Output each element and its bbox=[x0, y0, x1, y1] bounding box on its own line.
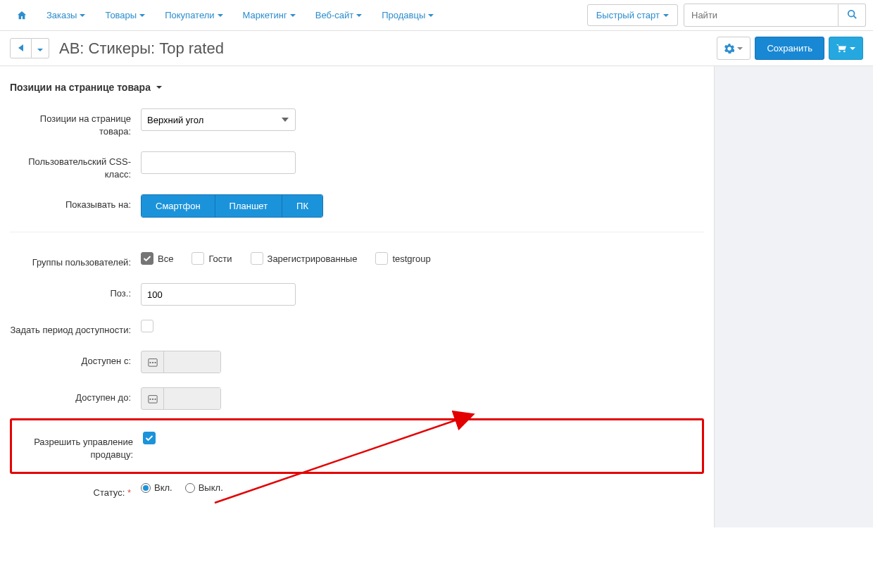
caret-down-icon bbox=[37, 49, 43, 51]
css-class-input[interactable] bbox=[141, 151, 296, 174]
label-display-on: Показывать на: bbox=[10, 194, 141, 211]
section-header[interactable]: Позиции на странице товара bbox=[10, 76, 704, 101]
back-dropdown-button[interactable] bbox=[32, 38, 49, 58]
settings-button[interactable] bbox=[717, 37, 750, 60]
arrow-left-icon bbox=[18, 44, 23, 51]
svg-rect-2 bbox=[149, 362, 151, 363]
svg-rect-7 bbox=[152, 399, 153, 400]
svg-point-0 bbox=[848, 11, 855, 17]
cart-button[interactable] bbox=[829, 37, 863, 60]
nav-products[interactable]: Товары bbox=[95, 1, 155, 29]
caret-down-icon bbox=[80, 14, 85, 17]
nav-customers[interactable]: Покупатели bbox=[155, 1, 232, 29]
quick-start-button[interactable]: Быстрый старт bbox=[587, 4, 678, 26]
top-navigation: Заказы Товары Покупатели Маркетинг Веб-с… bbox=[0, 0, 873, 31]
usergroup-registered-label: Зарегистрированные bbox=[268, 254, 358, 264]
usergroup-registered-checkbox[interactable] bbox=[251, 252, 263, 265]
nav-website[interactable]: Веб-сайт bbox=[306, 1, 372, 29]
section-header-label: Позиции на странице товара bbox=[10, 82, 151, 93]
label-available-to: Доступен до: bbox=[10, 387, 141, 404]
label-css-class: Пользовательский CSS-класс: bbox=[10, 151, 141, 180]
annotation-highlight-box: Разрешить управление продавцу: bbox=[10, 418, 704, 474]
search-input[interactable] bbox=[684, 4, 839, 27]
label-position: Поз.: bbox=[10, 283, 141, 300]
position-input[interactable] bbox=[141, 283, 296, 306]
svg-rect-3 bbox=[152, 362, 153, 363]
display-tablet-toggle[interactable]: Планшет bbox=[215, 195, 283, 217]
home-link[interactable] bbox=[7, 2, 37, 29]
search-button[interactable] bbox=[839, 4, 866, 27]
nav-marketing[interactable]: Маркетинг bbox=[233, 1, 306, 29]
caret-down-icon bbox=[850, 47, 855, 50]
usergroup-testgroup-checkbox[interactable] bbox=[375, 252, 388, 265]
caret-down-icon bbox=[218, 14, 223, 17]
available-to-input[interactable] bbox=[164, 388, 220, 409]
label-status: Статус: bbox=[10, 482, 141, 499]
divider bbox=[10, 232, 704, 232]
label-available-from: Доступен с: bbox=[10, 351, 141, 368]
caret-down-icon bbox=[156, 86, 162, 89]
usergroup-guests-checkbox[interactable] bbox=[191, 252, 204, 265]
caret-down-icon bbox=[139, 14, 145, 17]
main-nav: Заказы Товары Покупатели Маркетинг Веб-с… bbox=[7, 1, 444, 29]
caret-down-icon bbox=[356, 14, 362, 17]
caret-down-icon bbox=[428, 14, 434, 17]
display-on-toggle-group: Смартфон Планшет ПК bbox=[141, 194, 323, 218]
back-button[interactable] bbox=[10, 38, 32, 58]
calendar-icon bbox=[142, 351, 164, 373]
status-off-radio[interactable] bbox=[185, 483, 195, 493]
svg-rect-8 bbox=[154, 399, 156, 400]
label-set-availability-period: Задать период доступности: bbox=[10, 320, 141, 337]
status-on-radio-label[interactable]: Вкл. bbox=[141, 482, 172, 493]
status-on-radio[interactable] bbox=[141, 483, 151, 493]
label-product-page-positions: Позиции на странице товара: bbox=[10, 108, 141, 137]
label-user-groups: Группы пользователей: bbox=[10, 252, 141, 269]
nav-vendors[interactable]: Продавцы bbox=[372, 1, 444, 29]
nav-orders[interactable]: Заказы bbox=[37, 1, 95, 29]
product-page-positions-select[interactable]: Верхний угол bbox=[141, 108, 296, 131]
status-off-radio-label[interactable]: Выкл. bbox=[185, 482, 223, 493]
available-to-date[interactable] bbox=[141, 387, 221, 410]
available-from-date[interactable] bbox=[141, 351, 221, 373]
availability-period-checkbox[interactable] bbox=[141, 320, 153, 332]
display-smartphone-toggle[interactable]: Смартфон bbox=[142, 195, 215, 217]
available-from-input[interactable] bbox=[164, 351, 220, 373]
label-allow-vendor-manage: Разрешить управление продавцу: bbox=[12, 432, 143, 461]
usergroup-testgroup-label: testgroup bbox=[392, 254, 430, 264]
caret-down-icon bbox=[663, 14, 669, 17]
usergroup-guests-label: Гости bbox=[208, 254, 232, 264]
calendar-icon bbox=[142, 388, 164, 409]
caret-down-icon bbox=[737, 47, 743, 50]
save-button[interactable]: Сохранить bbox=[755, 37, 824, 60]
usergroup-all-label: Все bbox=[158, 254, 173, 264]
gear-icon bbox=[724, 44, 734, 54]
usergroup-all-checkbox[interactable] bbox=[141, 252, 153, 265]
title-bar: AB: Стикеры: Top rated Сохранить bbox=[0, 31, 873, 66]
right-sidebar bbox=[715, 66, 873, 527]
allow-vendor-manage-checkbox[interactable] bbox=[143, 432, 156, 444]
page-title: AB: Стикеры: Top rated bbox=[59, 39, 224, 58]
display-pc-toggle[interactable]: ПК bbox=[282, 195, 322, 217]
svg-rect-6 bbox=[149, 399, 151, 400]
search-icon bbox=[847, 9, 857, 19]
svg-rect-4 bbox=[154, 362, 156, 363]
cart-icon bbox=[836, 44, 846, 54]
caret-down-icon bbox=[290, 14, 296, 17]
home-icon bbox=[17, 11, 27, 20]
